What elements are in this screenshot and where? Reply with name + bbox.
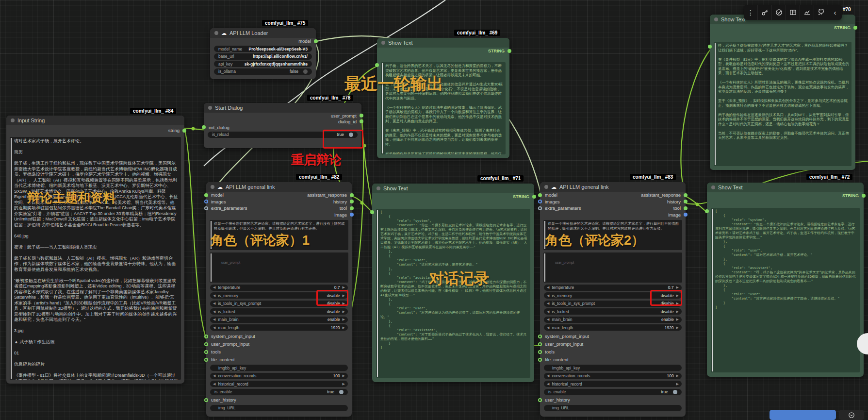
combo-widget[interactable]: ◀ main_brain enable ▶ [544, 317, 682, 323]
input-port[interactable] [204, 398, 208, 402]
increment-arrow-icon[interactable]: ▶ [676, 382, 679, 386]
output-port[interactable] [508, 49, 511, 53]
decrement-arrow-icon[interactable]: ◀ [547, 374, 549, 378]
user-prompt-textarea[interactable]: user_prompt [210, 252, 348, 283]
img-url-field[interactable]: img_URL [210, 405, 348, 411]
decrement-arrow-icon[interactable]: ◀ [213, 318, 215, 321]
toggle-is-enable[interactable]: is_enable true [210, 389, 348, 395]
queue-options-button[interactable] [839, 410, 864, 420]
wire-junction[interactable] [192, 127, 195, 131]
node-api-llm-loader[interactable]: ☁ API LLM Loader model model_name Pro/de… [210, 28, 316, 79]
increment-arrow-icon[interactable]: ▶ [676, 374, 679, 378]
input-port[interactable] [538, 200, 542, 203]
input-port[interactable] [538, 206, 542, 210]
collapse-dot-icon[interactable] [711, 185, 715, 189]
decrement-arrow-icon[interactable]: ◀ [213, 286, 215, 289]
output-port[interactable] [360, 119, 363, 123]
input-port[interactable] [538, 358, 542, 362]
output-port[interactable] [532, 195, 536, 199]
input-port[interactable] [204, 358, 208, 362]
conversation-rounds-widget[interactable]: ◀ conversation_rounds 100 ▶ [210, 373, 348, 379]
imgbb-api-key-field[interactable]: imgbb_api_key [210, 365, 348, 371]
node-titlebar[interactable]: ☁ API LLM general link [540, 182, 686, 192]
increment-arrow-icon[interactable]: ▶ [343, 310, 345, 314]
increment-arrow-icon[interactable]: ▶ [343, 286, 345, 289]
text-field[interactable]: api_key sk-gjrhxfxnxqtfjqqsnhummrlhite [214, 61, 312, 67]
output-port[interactable] [182, 129, 186, 133]
node-titlebar[interactable]: Show Text [707, 183, 864, 192]
node-show-text-70[interactable]: Show Text STRING text 哼，武子杨？这位被吹捧为“跨界艺术天… [710, 15, 855, 170]
toggle-knob[interactable] [303, 69, 308, 74]
collapse-dot-icon[interactable] [211, 185, 214, 189]
collapse-dot-icon[interactable] [381, 41, 385, 45]
input-port[interactable] [708, 45, 712, 49]
increment-arrow-icon[interactable]: ▶ [343, 326, 345, 330]
historical-record-widget[interactable]: ◀ historical_record ▶ [210, 381, 348, 387]
show-text-content[interactable]: [ { "role": "system", "content": "你是一个擅长… [376, 209, 530, 378]
input-port[interactable] [705, 209, 709, 213]
node-titlebar[interactable]: ☁ API LLM Loader [210, 28, 316, 38]
conversation-rounds-widget[interactable]: ◀ conversation_rounds 100 ▶ [544, 373, 682, 379]
decrement-arrow-icon[interactable]: ◀ [547, 382, 549, 386]
queue-button[interactable] [770, 410, 836, 420]
collapse-dot-icon[interactable] [544, 185, 548, 189]
output-port[interactable] [862, 194, 866, 198]
github-icon[interactable] [814, 5, 828, 20]
text-field[interactable]: model_name Pro/deepseek-ai/DeepSeek-V3 [214, 46, 312, 52]
decrement-arrow-icon[interactable]: ◀ [547, 310, 549, 314]
collapse-dot-icon[interactable] [714, 17, 718, 21]
increment-arrow-icon[interactable]: ▶ [343, 382, 345, 386]
decrement-arrow-icon[interactable]: ◀ [547, 286, 549, 289]
output-port[interactable] [350, 206, 354, 210]
input-port[interactable] [538, 193, 542, 197]
node-titlebar[interactable]: Input String [6, 116, 184, 125]
toggle-knob[interactable] [673, 390, 677, 394]
decrement-arrow-icon[interactable]: ◀ [213, 374, 215, 378]
kebab-menu-icon[interactable]: ⋮ [744, 5, 758, 20]
wire-response-to-showtext70[interactable] [681, 50, 710, 197]
show-text-content[interactable]: [ { "role": "system", "content": "你是一个擅长… [711, 208, 860, 372]
node-titlebar[interactable]: Show Text [377, 38, 509, 48]
output-port[interactable] [684, 193, 688, 197]
input-port[interactable] [204, 335, 208, 338]
node-titlebar[interactable]: ☁ API LLM general link [206, 182, 352, 192]
input-port[interactable] [538, 398, 542, 402]
collapse-dot-icon[interactable] [208, 106, 212, 110]
input-port[interactable] [204, 200, 208, 203]
historical-record-widget[interactable]: ◀ historical_record ▶ [544, 381, 682, 387]
output-port[interactable] [314, 39, 318, 43]
increment-arrow-icon[interactable]: ▶ [343, 318, 345, 321]
input-port[interactable] [538, 350, 542, 354]
decrement-arrow-icon[interactable]: ◀ [547, 294, 549, 298]
input-port[interactable] [204, 193, 208, 197]
wire-junction[interactable] [696, 203, 699, 206]
string-text-content[interactable]: 请对艺术家武子杨，展开艺术评论。 简历 武子杨，生活工作于纽约和杭州，现任教于中… [10, 137, 181, 380]
input-port[interactable] [538, 342, 542, 346]
collapse-dot-icon[interactable] [377, 186, 380, 190]
input-port[interactable] [204, 206, 208, 210]
layout-icon[interactable] [786, 5, 800, 20]
decrement-arrow-icon[interactable]: ◀ [547, 302, 549, 305]
toggle-is-ollama[interactable]: is_ollama false [214, 68, 312, 75]
input-port[interactable] [202, 125, 206, 129]
input-port[interactable] [370, 210, 374, 214]
input-port[interactable] [204, 350, 208, 354]
combo-widget[interactable]: ◀ is_locked disable ▶ [544, 308, 682, 315]
decrement-arrow-icon[interactable]: ◀ [213, 310, 215, 314]
input-port[interactable] [375, 63, 379, 67]
toggle-is-enable[interactable]: is_enable true [544, 389, 682, 395]
decrement-arrow-icon[interactable]: ◀ [213, 294, 215, 298]
node-titlebar[interactable]: Show Text [372, 184, 534, 193]
node-show-text-69[interactable]: Show Text STRING text 武子杨，这位跨界的艺术天才，以其无尽… [377, 38, 509, 158]
decrement-arrow-icon[interactable]: ◀ [547, 318, 549, 321]
decrement-arrow-icon[interactable]: ◀ [213, 302, 215, 305]
increment-arrow-icon[interactable]: ▶ [343, 374, 345, 378]
collapse-dot-icon[interactable] [11, 118, 15, 122]
imgbb-api-key-field[interactable]: imgbb_api_key [544, 365, 682, 371]
collapse-dot-icon[interactable] [214, 31, 218, 35]
output-port[interactable] [853, 26, 857, 30]
increment-arrow-icon[interactable]: ▶ [676, 326, 679, 330]
combo-widget[interactable]: ◀ max_length 1920 ▶ [210, 324, 348, 331]
combo-widget[interactable]: ◀ max_length 1920 ▶ [544, 324, 682, 331]
img-url-field[interactable]: img_URL [544, 405, 682, 411]
